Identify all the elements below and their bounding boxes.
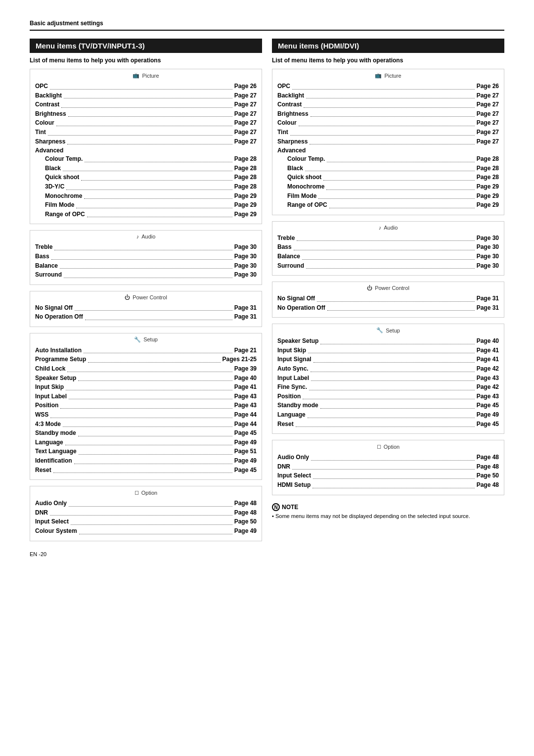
note-text: • Some menu items may not be displayed d… (272, 513, 504, 519)
list-item: ResetPage 45 (35, 466, 257, 475)
list-item: Range of OPCPage 29 (35, 210, 257, 219)
page-number: EN -20 (30, 551, 262, 557)
note-icon: N (272, 503, 280, 511)
section-title: Basic adjustment settings (30, 20, 504, 31)
right-power-group: ⏻ Power Control No Signal OffPage 31 No … (272, 282, 504, 318)
left-audio-label: ♪ Audio (35, 234, 257, 239)
audio-icon-right: ♪ (379, 225, 382, 231)
left-power-group: ⏻ Power Control No Signal OffPage 31 No … (30, 291, 262, 327)
left-power-label: ⏻ Power Control (35, 294, 257, 300)
list-item: SharpnessPage 27 (35, 137, 257, 146)
right-picture-label: 📺 Picture (277, 72, 499, 79)
right-audio-label: ♪ Audio (277, 225, 499, 231)
right-option-group: ◻ Option Audio OnlyPage 48 DNRPage 48 In… (272, 440, 504, 495)
power-icon: ⏻ (125, 294, 130, 300)
picture-icon-right: 📺 (375, 72, 382, 79)
right-column: Menu items (HDMI/DVI) List of menu items… (272, 39, 504, 557)
setup-icon-right: 🔧 (376, 327, 383, 333)
page-header: Basic adjustment settings (30, 20, 504, 31)
note-title: N NOTE (272, 503, 504, 511)
note-box: N NOTE • Some menu items may not be disp… (272, 503, 504, 519)
right-setup-label: 🔧 Setup (277, 327, 499, 333)
right-audio-group: ♪ Audio TreblePage 30 BassPage 30 Balanc… (272, 221, 504, 276)
setup-icon: 🔧 (134, 336, 141, 343)
left-setup-label: 🔧 Setup (35, 336, 257, 343)
list-item: HDMI SetupPage 48 (277, 480, 499, 490)
main-content: Menu items (TV/DTV/INPUT1-3) List of men… (30, 39, 504, 557)
right-section-subtitle: List of menu items to help you with oper… (272, 57, 504, 64)
right-picture-group: 📺 Picture OPCPage 26 BacklightPage 27 Co… (272, 69, 504, 215)
left-section-title: Menu items (TV/DTV/INPUT1-3) (30, 39, 262, 53)
right-setup-group: 🔧 Setup Speaker SetupPage 40 Input SkipP… (272, 324, 504, 434)
right-section-title: Menu items (HDMI/DVI) (272, 39, 504, 53)
list-item: No Operation OffPage 31 (277, 303, 499, 313)
list-item: Range of OPCPage 29 (277, 200, 499, 210)
left-picture-items: OPCPage 26 BacklightPage 27 ContrastPage… (35, 82, 257, 219)
option-icon-right: ◻ (377, 443, 381, 450)
list-item: SharpnessPage 27 (277, 137, 499, 146)
power-icon-right: ⏻ (367, 285, 372, 291)
right-option-label: ◻ Option (277, 443, 499, 450)
list-item: SurroundPage 30 (35, 270, 257, 280)
left-column: Menu items (TV/DTV/INPUT1-3) List of men… (30, 39, 262, 557)
option-icon: ◻ (134, 489, 139, 496)
list-item: ResetPage 45 (277, 420, 499, 429)
left-picture-label: 📺 Picture (35, 72, 257, 79)
left-section-subtitle: List of menu items to help you with oper… (30, 57, 262, 64)
left-option-label: ◻ Option (35, 489, 257, 496)
left-setup-group: 🔧 Setup Auto InstallationPage 21 Program… (30, 333, 262, 480)
audio-icon: ♪ (136, 234, 139, 239)
left-audio-group: ♪ Audio TreblePage 30 BassPage 30 Balanc… (30, 230, 262, 284)
list-item: SurroundPage 30 (277, 261, 499, 271)
list-item: No Operation OffPage 31 (35, 312, 257, 322)
left-option-group: ◻ Option Audio OnlyPage 48 DNRPage 48 In… (30, 486, 262, 541)
left-picture-group: 📺 Picture OPCPage 26 BacklightPage 27 Co… (30, 69, 262, 224)
list-item: Colour SystemPage 49 (35, 526, 257, 536)
right-power-label: ⏻ Power Control (277, 285, 499, 291)
picture-icon: 📺 (133, 72, 139, 79)
